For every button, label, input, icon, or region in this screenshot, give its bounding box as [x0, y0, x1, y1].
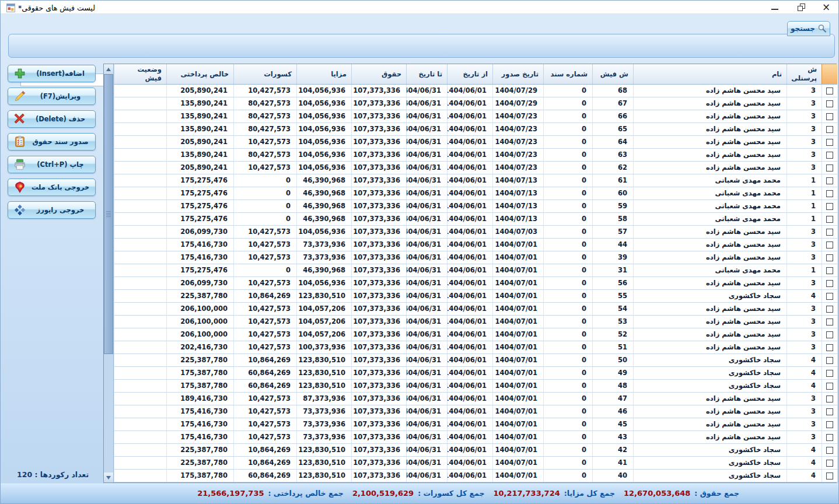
row-checkbox[interactable]: [826, 164, 833, 172]
column-header-salary[interactable]: حقوق: [352, 64, 407, 84]
cell-salary: 107,373,336: [352, 110, 407, 123]
row-checkbox[interactable]: [826, 177, 833, 184]
vertical-scrollbar[interactable]: [104, 64, 114, 482]
scrollbar-thumb[interactable]: [104, 74, 113, 354]
table-row[interactable]: 3سید محسن هاشم زاده5301404/07/011404/06/…: [114, 315, 837, 328]
column-header-from_date[interactable]: از تاریخ: [448, 64, 493, 84]
column-header-slip_no[interactable]: ش فیش: [593, 64, 634, 84]
column-header-benefits[interactable]: مزایا: [297, 64, 352, 84]
bank-mellat-export-button[interactable]: خروجی بانک ملت: [8, 178, 96, 196]
table-row[interactable]: 3سید محسن هاشم زاده4301404/07/011404/06/…: [114, 430, 837, 443]
row-checkbox[interactable]: [826, 421, 833, 428]
row-checkbox[interactable]: [826, 331, 833, 338]
table-row[interactable]: 4سجاد خاکشوری4201404/07/011404/06/011404…: [114, 443, 837, 456]
edit-button[interactable]: ویرایش(F7): [8, 88, 96, 105]
table-row[interactable]: 3سید محسن هاشم زاده4601404/07/011404/06/…: [114, 405, 837, 418]
scroll-up-button[interactable]: [104, 64, 113, 74]
row-checkbox[interactable]: [826, 383, 833, 390]
scroll-down-button[interactable]: [104, 473, 113, 482]
table-row[interactable]: 4سجاد خاکشوری4901404/07/011404/06/011404…: [114, 366, 837, 379]
column-header-doc_no[interactable]: شماره سند: [544, 64, 593, 84]
insert-button[interactable]: اضافه(Insert): [8, 65, 96, 82]
table-row[interactable]: 3سید محسن هاشم زاده6801404/07/291404/06/…: [114, 84, 837, 97]
cell-benefits: 104,056,936: [297, 135, 352, 148]
table-row[interactable]: 3سید محسن هاشم زاده5401404/07/011404/06/…: [114, 302, 837, 315]
table-row[interactable]: 3سید محسن هاشم زاده5701404/07/031404/06/…: [114, 225, 837, 238]
cell-doc_no: 0: [544, 302, 593, 315]
table-row[interactable]: 3سید محسن هاشم زاده4401404/07/011404/06/…: [114, 238, 837, 251]
minimize-button[interactable]: [766, 2, 784, 13]
close-button[interactable]: ×: [817, 2, 835, 13]
table-row[interactable]: 4سجاد خاکشوری4001404/07/011404/06/011404…: [114, 469, 837, 482]
table-row[interactable]: 1محمد مهدی شعبانی3101404/07/011404/06/01…: [114, 264, 837, 276]
row-checkbox[interactable]: [826, 267, 833, 274]
cell-from_date: 1404/06/01: [448, 366, 493, 379]
table-row[interactable]: 3سید محسن هاشم زاده4701404/07/011404/06/…: [114, 392, 837, 405]
row-checkbox[interactable]: [826, 216, 833, 223]
row-checkbox[interactable]: [826, 190, 833, 197]
table-row[interactable]: 1محمد مهدی شعبانی6001404/07/131404/06/01…: [114, 187, 837, 200]
row-checkbox[interactable]: [826, 370, 833, 377]
row-checkbox[interactable]: [826, 139, 833, 146]
column-header-net[interactable]: خالص پرداختی: [167, 64, 234, 84]
cell-net: 225,387,780: [167, 289, 234, 302]
row-checkbox[interactable]: [826, 229, 833, 236]
column-header-status[interactable]: وضعیت فیش: [114, 64, 167, 84]
issue-salary-document-button[interactable]: صدور سند حقوق: [8, 133, 96, 150]
table-row[interactable]: 4سجاد خاکشوری5001404/07/011404/06/011404…: [114, 354, 837, 366]
column-header-personnel_no[interactable]: ش پرسنلی: [787, 64, 822, 84]
table-row[interactable]: 3سید محسن هاشم زاده5101404/07/011404/06/…: [114, 341, 837, 354]
row-checkbox[interactable]: [826, 357, 833, 364]
delete-button[interactable]: حذف (Delete): [8, 110, 96, 128]
row-checkbox[interactable]: [826, 306, 833, 313]
table-row[interactable]: 3سید محسن هاشم زاده3901404/07/011404/06/…: [114, 251, 837, 264]
table-row[interactable]: 3سید محسن هاشم زاده5201404/07/011404/06/…: [114, 328, 837, 341]
table-row[interactable]: 3سید محسن هاشم زاده6601404/07/231404/06/…: [114, 110, 837, 123]
column-header-issue_date[interactable]: تاریخ صدور: [493, 64, 544, 84]
column-header-name[interactable]: نام: [634, 64, 787, 84]
row-checkbox[interactable]: [826, 447, 833, 454]
row-checkbox[interactable]: [826, 318, 833, 326]
row-checkbox[interactable]: [826, 460, 833, 467]
row-checkbox[interactable]: [826, 113, 833, 120]
row-checkbox[interactable]: [826, 88, 833, 94]
table-row[interactable]: 1محمد مهدی شعبانی5801404/07/131404/06/01…: [114, 212, 837, 225]
column-header-to_date[interactable]: تا تاریخ: [407, 64, 448, 84]
table-row[interactable]: 3سید محسن هاشم زاده6201404/07/231404/06/…: [114, 161, 837, 174]
row-checkbox[interactable]: [826, 344, 833, 351]
row-checkbox[interactable]: [826, 408, 833, 415]
table-row[interactable]: 1محمد مهدی شعبانی6101404/07/131404/06/01…: [114, 174, 837, 187]
table-row[interactable]: 4سجاد خاکشوری5501404/07/011404/06/011404…: [114, 289, 837, 302]
table-row[interactable]: 4سجاد خاکشوری4801404/07/011404/06/011404…: [114, 379, 837, 392]
row-checkbox[interactable]: [826, 473, 833, 480]
row-checkbox[interactable]: [826, 434, 833, 441]
rayvarz-export-button[interactable]: خروجی رایورز: [8, 201, 96, 219]
row-checkbox[interactable]: [826, 152, 833, 159]
row-checkbox[interactable]: [826, 242, 833, 249]
cell-benefits: 100,373,936: [297, 341, 352, 354]
table-row[interactable]: 3سید محسن هاشم زاده6301404/07/231404/06/…: [114, 148, 837, 161]
cell-issue_date: 1404/07/01: [493, 328, 544, 341]
restore-button[interactable]: [792, 2, 810, 13]
table-row[interactable]: 3سید محسن هاشم زاده6401404/07/231404/06/…: [114, 135, 837, 148]
column-header-deductions[interactable]: کسورات: [234, 64, 297, 84]
row-checkbox[interactable]: [826, 126, 833, 133]
table-row[interactable]: 3سید محسن هاشم زاده5601404/07/011404/06/…: [114, 276, 837, 289]
search-button[interactable]: جستجو: [787, 21, 830, 36]
table-row[interactable]: 1محمد مهدی شعبانی5901404/07/131404/06/01…: [114, 200, 837, 212]
table-row[interactable]: 3سید محسن هاشم زاده4501404/07/011404/06/…: [114, 418, 837, 430]
table-row[interactable]: 4سجاد خاکشوری4101404/07/011404/06/011404…: [114, 456, 837, 469]
row-checkbox[interactable]: [826, 100, 833, 107]
row-checkbox[interactable]: [826, 203, 833, 210]
cell-doc_no: 0: [544, 379, 593, 392]
print-button[interactable]: چاپ (Ctrl+P): [8, 156, 96, 173]
row-checkbox[interactable]: [826, 280, 833, 287]
table-row[interactable]: 3سید محسن هاشم زاده6501404/07/231404/06/…: [114, 123, 837, 135]
table-row[interactable]: 3سید محسن هاشم زاده6701404/07/291404/06/…: [114, 97, 837, 110]
cell-select: [822, 135, 837, 148]
column-header-select[interactable]: [822, 64, 837, 84]
row-checkbox[interactable]: [826, 293, 833, 300]
cell-select: [822, 328, 837, 341]
row-checkbox[interactable]: [826, 396, 833, 402]
row-checkbox[interactable]: [826, 254, 833, 261]
